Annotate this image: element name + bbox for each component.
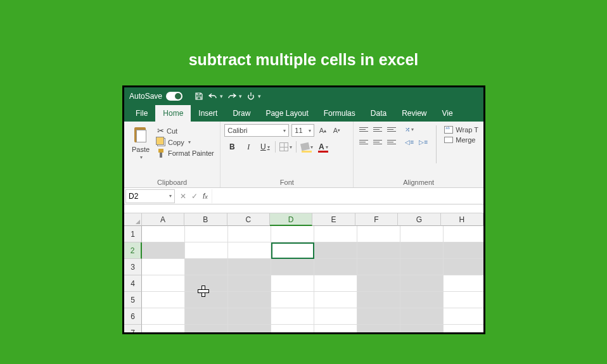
undo-icon[interactable]: [208, 91, 218, 101]
cell[interactable]: [357, 325, 400, 334]
copy-dropdown-icon[interactable]: ▾: [188, 139, 191, 145]
align-top-button[interactable]: [357, 124, 370, 134]
cell[interactable]: [228, 292, 271, 308]
format-painter-button[interactable]: Format Painter: [156, 148, 215, 158]
cell[interactable]: [314, 259, 357, 275]
cell[interactable]: [228, 275, 271, 292]
col-header-g[interactable]: G: [398, 213, 440, 226]
increase-font-button[interactable]: A▴: [317, 125, 328, 136]
cell[interactable]: [228, 259, 271, 275]
row-header-7[interactable]: 7: [124, 325, 142, 334]
autosave-toggle[interactable]: [166, 92, 182, 101]
name-box[interactable]: D2 ▾: [125, 189, 175, 203]
cell[interactable]: [400, 226, 444, 242]
cell[interactable]: [271, 325, 314, 334]
cell[interactable]: [400, 292, 444, 308]
cell[interactable]: [185, 242, 228, 259]
row-header-3[interactable]: 3: [124, 259, 142, 275]
row-header-6[interactable]: 6: [124, 308, 142, 325]
col-header-b[interactable]: B: [184, 213, 227, 226]
cell[interactable]: [444, 226, 485, 242]
tab-page-layout[interactable]: Page Layout: [258, 105, 316, 122]
underline-button[interactable]: U▾: [257, 141, 272, 153]
cell[interactable]: [314, 226, 357, 242]
cell[interactable]: [228, 226, 271, 242]
tab-insert[interactable]: Insert: [191, 105, 225, 122]
tab-draw[interactable]: Draw: [225, 105, 258, 122]
cell-active[interactable]: [271, 242, 314, 259]
undo-dropdown-icon[interactable]: ▾: [220, 93, 223, 99]
save-icon[interactable]: [194, 91, 204, 101]
tab-data[interactable]: Data: [363, 105, 394, 122]
fx-icon[interactable]: fx: [203, 192, 208, 201]
cell[interactable]: [314, 325, 357, 334]
cell[interactable]: [142, 259, 185, 275]
cell[interactable]: [444, 259, 485, 275]
cell[interactable]: [357, 259, 400, 275]
cell[interactable]: [400, 242, 444, 259]
tab-file[interactable]: File: [128, 105, 155, 122]
wrap-text-button[interactable]: Wrap T: [443, 125, 480, 134]
cell[interactable]: [228, 325, 271, 334]
cell[interactable]: [400, 308, 444, 325]
bold-button[interactable]: B: [224, 141, 240, 153]
paste-dropdown-icon[interactable]: ▾: [140, 154, 143, 160]
cell[interactable]: [357, 292, 400, 308]
cell[interactable]: [142, 226, 185, 242]
row-header-4[interactable]: 4: [124, 275, 142, 292]
cell[interactable]: [271, 292, 314, 308]
align-bottom-button[interactable]: [385, 124, 398, 134]
cell[interactable]: [314, 292, 357, 308]
col-header-f[interactable]: F: [355, 213, 398, 226]
col-header-a[interactable]: A: [142, 213, 184, 226]
tab-review[interactable]: Review: [394, 105, 434, 122]
select-all-corner[interactable]: [124, 213, 142, 226]
cell[interactable]: [142, 242, 185, 259]
cell[interactable]: [444, 292, 485, 308]
col-header-e[interactable]: E: [312, 213, 355, 226]
font-name-select[interactable]: Calibri ▾: [224, 124, 289, 137]
cell[interactable]: [271, 275, 314, 292]
tab-home[interactable]: Home: [155, 105, 191, 122]
cell[interactable]: [185, 325, 228, 334]
col-header-h[interactable]: H: [441, 213, 483, 226]
cell[interactable]: [400, 259, 444, 275]
redo-icon[interactable]: [227, 91, 237, 101]
cells-area[interactable]: [142, 226, 485, 334]
cell[interactable]: [228, 242, 271, 259]
cell[interactable]: [185, 308, 228, 325]
tab-view[interactable]: Vie: [435, 105, 461, 122]
increase-indent-button[interactable]: ▷≡: [417, 137, 430, 147]
borders-button[interactable]: ▾: [278, 141, 293, 153]
fill-color-button[interactable]: ▾: [299, 141, 314, 153]
cell[interactable]: [357, 308, 400, 325]
font-color-button[interactable]: A ▾: [316, 141, 331, 153]
orientation-button[interactable]: ⤮▾: [403, 124, 416, 134]
cell[interactable]: [142, 325, 185, 334]
tab-formulas[interactable]: Formulas: [316, 105, 363, 122]
cell[interactable]: [444, 242, 485, 259]
merge-center-button[interactable]: Merge: [443, 135, 480, 144]
col-header-d[interactable]: D: [270, 213, 312, 226]
decrease-font-button[interactable]: A▾: [331, 125, 342, 136]
cut-button[interactable]: ✂ Cut: [156, 125, 215, 136]
formula-input[interactable]: [212, 189, 483, 203]
cancel-icon[interactable]: ✕: [180, 192, 186, 201]
enter-icon[interactable]: ✓: [191, 192, 198, 201]
align-center-button[interactable]: [371, 137, 384, 147]
cell[interactable]: [271, 226, 314, 242]
touch-mode-icon[interactable]: [246, 91, 256, 101]
copy-button[interactable]: Copy ▾: [156, 137, 215, 147]
qat-customize-icon[interactable]: ▾: [258, 93, 261, 99]
row-header-2[interactable]: 2: [124, 242, 142, 259]
cell[interactable]: [185, 259, 228, 275]
redo-dropdown-icon[interactable]: ▾: [239, 93, 242, 99]
cell[interactable]: [357, 275, 400, 292]
align-middle-button[interactable]: [371, 124, 384, 134]
row-header-5[interactable]: 5: [124, 292, 142, 308]
col-header-c[interactable]: C: [227, 213, 270, 226]
cell[interactable]: [444, 308, 485, 325]
cell[interactable]: [444, 325, 485, 334]
cell[interactable]: [314, 275, 357, 292]
align-right-button[interactable]: [385, 137, 398, 147]
